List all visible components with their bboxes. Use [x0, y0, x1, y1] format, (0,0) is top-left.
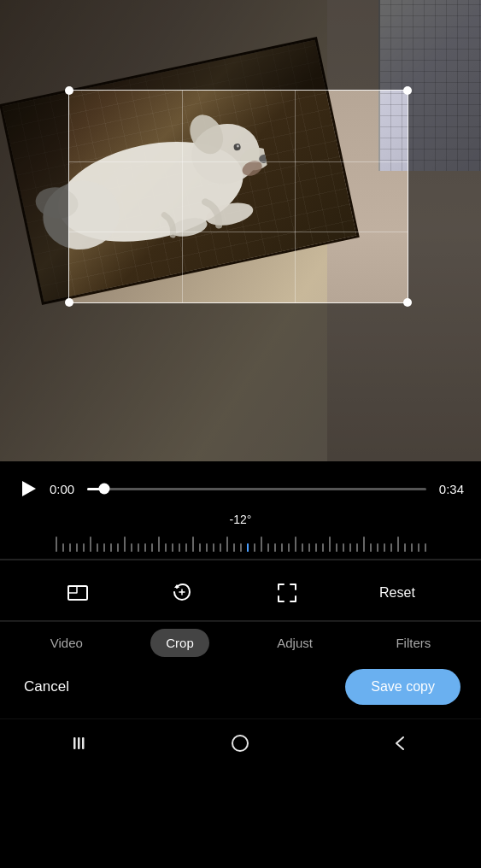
aspect-ratio-icon [66, 581, 90, 605]
tab-filters[interactable]: Filters [380, 629, 446, 657]
tab-video[interactable]: Video [35, 629, 98, 657]
tab-crop[interactable]: Crop [150, 629, 209, 657]
controls-area: 0:00 0:34 -12° [0, 461, 481, 868]
tick-ruler-inner [17, 537, 464, 552]
timeline-row: 0:00 0:34 [0, 461, 481, 507]
preview-area [0, 0, 481, 461]
rotate-button[interactable] [161, 576, 202, 610]
svg-point-20 [232, 736, 248, 751]
tab-bar: Video Crop Adjust Filters [0, 621, 481, 660]
nav-home-button[interactable] [225, 728, 255, 759]
svg-rect-13 [68, 586, 77, 593]
expand-icon [275, 581, 299, 605]
tick-ruler[interactable] [0, 531, 481, 557]
timeline-track[interactable] [87, 488, 426, 490]
tab-adjust[interactable]: Adjust [261, 629, 328, 657]
tool-row: Reset [0, 560, 481, 620]
play-icon [22, 481, 36, 496]
rotation-row: -12° [0, 507, 481, 559]
total-time: 0:34 [435, 482, 464, 496]
rotation-value: -12° [230, 513, 252, 526]
svg-rect-17 [73, 737, 76, 749]
nav-bar [0, 718, 481, 774]
expand-button[interactable] [267, 576, 308, 610]
current-time: 0:00 [50, 482, 79, 496]
bed-layer [378, 0, 481, 171]
rotate-icon [170, 581, 194, 605]
reset-button[interactable]: Reset [371, 580, 424, 606]
timeline-thumb[interactable] [98, 484, 109, 495]
nav-recents-button[interactable] [65, 728, 96, 759]
svg-rect-18 [78, 737, 80, 749]
cancel-button[interactable]: Cancel [21, 672, 73, 702]
play-button[interactable] [17, 477, 41, 501]
save-copy-button[interactable]: Save copy [345, 669, 460, 705]
svg-rect-19 [82, 737, 85, 749]
action-bar: Cancel Save copy [0, 660, 481, 718]
aspect-ratio-button[interactable] [57, 576, 98, 610]
nav-back-button[interactable] [385, 728, 416, 759]
